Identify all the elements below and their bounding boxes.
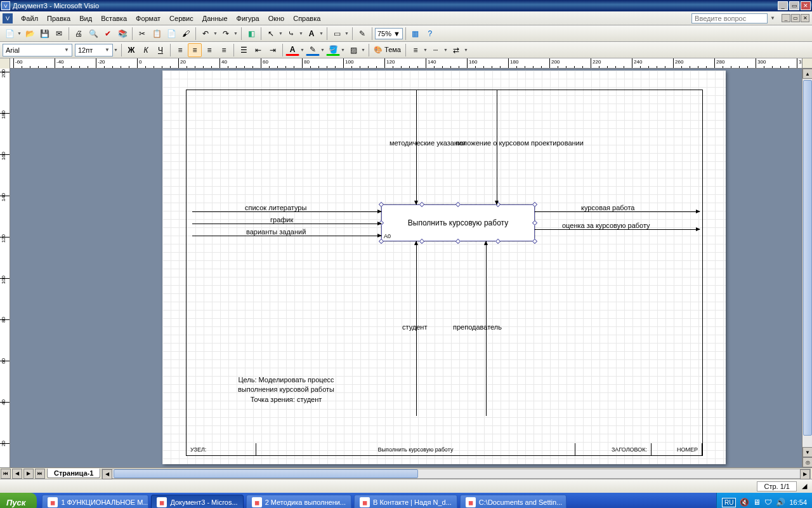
tray-icon[interactable]: 🔊 (776, 498, 785, 507)
line-pattern-button[interactable]: ┄ (429, 43, 443, 57)
input-arrow-2[interactable] (192, 224, 381, 224)
clock[interactable]: 16:54 (789, 498, 807, 506)
pointer-dropdown[interactable]: ▼ (278, 31, 284, 36)
menu-help[interactable]: Справка (289, 13, 325, 24)
bold-button[interactable]: Ж (124, 43, 138, 57)
language-indicator[interactable]: RU (722, 498, 736, 507)
font-name-combo[interactable]: Arial▼ (3, 44, 72, 57)
ink-button[interactable]: ✎ (355, 27, 369, 41)
help-dropdown-icon[interactable]: ▼ (770, 15, 775, 21)
text-button[interactable]: A (304, 27, 318, 41)
tab-next-button[interactable]: ▶ (23, 469, 34, 479)
taskbar-button[interactable]: ◼C:\Documents and Settin... (460, 495, 566, 508)
align-center-button[interactable]: ≡ (188, 43, 202, 57)
copy-button[interactable]: 📋 (150, 27, 164, 41)
rectangle-button[interactable]: ▭ (330, 27, 344, 41)
redo-dropdown[interactable]: ▼ (233, 31, 239, 36)
doc-minimize-button[interactable]: _ (782, 14, 790, 22)
text-dropdown[interactable]: ▼ (319, 31, 324, 36)
taskbar-button[interactable]: ◼1 ФУНКЦИОНАЛЬНОЕ М... (42, 495, 148, 508)
shapes-button[interactable]: ◧ (244, 27, 258, 41)
canvas[interactable]: Выполнить курсовую работу A0 список лите… (10, 69, 802, 467)
tray-icon[interactable]: 🔇 (740, 498, 749, 507)
idef-activity-box[interactable]: Выполнить курсовую работу A0 (381, 204, 535, 241)
scroll-up-button[interactable]: ▲ (802, 69, 812, 79)
bullets-button[interactable]: ☰ (237, 43, 251, 57)
close-button[interactable]: ✕ (801, 1, 811, 10)
menu-data[interactable]: Данные (198, 13, 232, 24)
mail-button[interactable]: ✉ (52, 27, 66, 41)
minimize-button[interactable]: _ (778, 1, 788, 10)
pointer-button[interactable]: ↖ (264, 27, 278, 41)
tray-icon[interactable]: 🖥 (753, 498, 761, 507)
control-arrow-2[interactable] (497, 90, 497, 204)
resize-grip-icon[interactable]: ◢ (799, 482, 809, 490)
app-icon[interactable]: V (3, 13, 13, 23)
line-ends-button[interactable]: ⇄ (449, 43, 463, 57)
font-size-combo[interactable]: 12пт▼ (75, 44, 113, 57)
drawing-explorer-button[interactable]: ▦ (409, 27, 422, 41)
page-tab-1[interactable]: Страница-1 (47, 469, 100, 478)
research-button[interactable]: 📚 (115, 27, 129, 41)
theme-button[interactable]: 🎨 Тема (372, 46, 403, 54)
menu-insert[interactable]: Вставка (96, 13, 131, 24)
decrease-indent-button[interactable]: ⇤ (251, 43, 265, 57)
scroll-thumb-v[interactable] (803, 80, 812, 436)
scrollbar-vertical[interactable]: ▲ ▼ ◎ (802, 69, 812, 467)
output-arrow-2[interactable] (535, 229, 700, 230)
start-button[interactable]: Пуск (0, 493, 37, 508)
fill-color-dropdown[interactable]: ▼ (341, 48, 346, 52)
new-dropdown[interactable]: ▼ (17, 31, 22, 36)
goal-text[interactable]: Цель: Моделировать процесс выполнения ку… (226, 375, 346, 404)
doc-close-button[interactable]: ✕ (801, 14, 809, 22)
tab-prev-button[interactable]: ◀ (12, 469, 22, 479)
menu-edit[interactable]: Правка (43, 13, 75, 24)
print-button[interactable]: 🖨 (72, 27, 86, 41)
help-search-input[interactable] (691, 13, 768, 23)
taskbar-button[interactable]: ◼Документ3 - Micros... (151, 495, 243, 508)
align-justify-button[interactable]: ≡ (217, 43, 231, 57)
paste-button[interactable]: 📄 (164, 27, 178, 41)
drawing-page[interactable]: Выполнить курсовую работу A0 список лите… (162, 70, 726, 464)
redo-button[interactable]: ↷ (219, 27, 233, 41)
scrollbar-horizontal[interactable]: ◀ ▶ (102, 469, 811, 479)
new-button[interactable]: 📄 (3, 27, 16, 41)
maximize-button[interactable]: ▭ (789, 1, 799, 10)
cut-button[interactable]: ✂ (135, 27, 149, 41)
tab-last-button[interactable]: ⏭ (35, 469, 45, 479)
shadow-dropdown[interactable]: ▼ (361, 48, 366, 52)
print-preview-button[interactable]: 🔍 (86, 27, 100, 41)
undo-button[interactable]: ↶ (199, 27, 213, 41)
tab-first-button[interactable]: ⏮ (1, 469, 11, 479)
align-right-button[interactable]: ≡ (202, 43, 216, 57)
line-color-dropdown[interactable]: ▼ (320, 48, 325, 52)
menu-format[interactable]: Формат (131, 13, 165, 24)
menu-view[interactable]: Вид (75, 13, 96, 24)
format-painter-button[interactable]: 🖌 (179, 27, 193, 41)
input-arrow-3[interactable] (192, 236, 381, 236)
scroll-down-button[interactable]: ▼ (802, 447, 812, 457)
align-left-button[interactable]: ≡ (173, 43, 187, 57)
open-button[interactable]: 📂 (23, 27, 37, 41)
scroll-right-button[interactable]: ▶ (800, 469, 810, 479)
taskbar-button[interactable]: ◼2 Методика выполнени... (246, 495, 351, 508)
line-weight-button[interactable]: ≡ (409, 43, 422, 57)
line-color-button[interactable]: ✎ (306, 44, 320, 56)
menu-shape[interactable]: Фигура (232, 13, 264, 24)
font-size-dropdown[interactable]: ▼ (114, 48, 119, 52)
output-arrow-1[interactable] (535, 211, 700, 212)
scroll-left-button[interactable]: ◀ (102, 469, 112, 479)
shadow-button[interactable]: ▨ (346, 43, 360, 57)
tray-icon[interactable]: 🛡 (764, 498, 772, 507)
undo-dropdown[interactable]: ▼ (213, 31, 218, 36)
input-arrow-1[interactable] (192, 211, 381, 212)
zoom-combo[interactable]: 75%▼ (375, 28, 403, 39)
help-button[interactable]: ? (423, 27, 437, 41)
line-pattern-dropdown[interactable]: ▼ (443, 48, 449, 52)
rectangle-dropdown[interactable]: ▼ (344, 31, 350, 36)
underline-button[interactable]: Ч (154, 43, 167, 57)
line-weight-dropdown[interactable]: ▼ (423, 48, 428, 52)
increase-indent-button[interactable]: ⇥ (266, 43, 280, 57)
menu-window[interactable]: Окно (264, 13, 289, 24)
font-color-button[interactable]: A (285, 44, 299, 56)
